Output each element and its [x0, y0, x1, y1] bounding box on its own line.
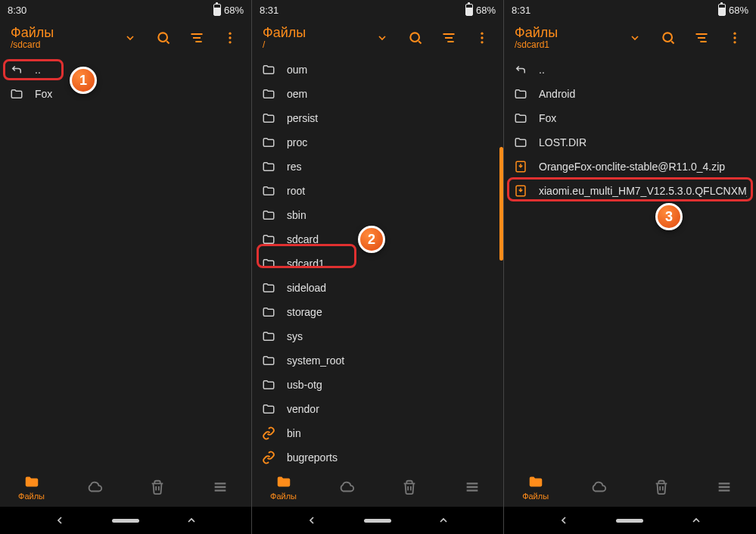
dropdown-icon[interactable]	[117, 24, 144, 52]
file-list: ..AndroidFoxLOST.DIROrangeFox-onclite-st…	[504, 56, 756, 467]
file-row[interactable]: proc	[252, 130, 503, 155]
file-row[interactable]: storage	[252, 300, 503, 324]
folder-icon	[261, 86, 276, 101]
folder-icon	[261, 208, 276, 223]
file-row[interactable]: sys	[252, 324, 503, 348]
search-icon[interactable]	[402, 24, 429, 52]
nav-back[interactable]	[306, 514, 318, 526]
tab-cloud[interactable]	[315, 479, 378, 495]
tab-cloud[interactable]	[63, 479, 126, 495]
nav-home[interactable]	[364, 519, 391, 523]
file-row[interactable]: ..	[504, 58, 756, 82]
android-nav-bar	[504, 507, 756, 534]
nav-back[interactable]	[558, 514, 570, 526]
tab-menu[interactable]	[188, 479, 251, 495]
file-name: sbin	[287, 209, 306, 221]
tab-cloud[interactable]	[567, 479, 630, 495]
svg-point-11	[733, 41, 736, 43]
header-title: Файлы	[11, 25, 110, 41]
file-row[interactable]: xiaomi.eu_multi_HM7_V12.5.3.0.QFLCNXM_v1…	[504, 179, 756, 203]
tab-files[interactable]: Файлы	[0, 473, 63, 501]
status-bar: 8:3168%	[504, 0, 756, 20]
file-name: res	[287, 161, 301, 173]
file-row[interactable]: bin	[252, 421, 503, 445]
file-row[interactable]: system_root	[252, 348, 503, 373]
search-icon[interactable]	[655, 24, 682, 52]
folder-icon	[261, 111, 276, 126]
folder-icon	[261, 256, 276, 271]
header-titles: Файлы/sdcard1	[515, 25, 615, 51]
file-row[interactable]: Android	[504, 82, 756, 106]
file-row[interactable]: res	[252, 155, 503, 179]
nav-home[interactable]	[112, 519, 139, 523]
file-row[interactable]: usb-otg	[252, 373, 503, 397]
file-row[interactable]: OrangeFox-onclite-stable@R11.0_4.zip	[504, 155, 756, 179]
sort-icon[interactable]	[183, 24, 210, 52]
nav-back[interactable]	[54, 514, 66, 526]
file-name: bugreports	[287, 451, 338, 464]
nav-home[interactable]	[616, 519, 643, 523]
folder-icon	[261, 377, 276, 392]
header-path: /sdcard1	[515, 40, 615, 51]
status-bar: 8:3168%	[252, 0, 503, 20]
file-row[interactable]: LOST.DIR	[504, 130, 756, 155]
tab-trash[interactable]	[630, 479, 693, 495]
tab-trash[interactable]	[378, 479, 440, 495]
file-row[interactable]: persist	[252, 106, 503, 130]
more-icon[interactable]	[468, 24, 496, 52]
svg-point-3	[229, 41, 231, 43]
link-icon	[261, 426, 276, 441]
folder-icon	[261, 135, 276, 150]
folder-icon	[261, 304, 276, 320]
file-row[interactable]: ..	[0, 58, 251, 82]
file-name: system_root	[287, 354, 344, 367]
svg-point-10	[733, 36, 736, 39]
file-row[interactable]: sideload	[252, 276, 503, 300]
file-row[interactable]: oem	[252, 82, 503, 106]
header-path: /sdcard	[11, 40, 110, 51]
file-row[interactable]: bugreports	[252, 445, 503, 467]
search-icon[interactable]	[150, 24, 177, 52]
more-icon[interactable]	[216, 24, 244, 52]
file-row[interactable]: sbin	[252, 203, 503, 227]
sort-icon[interactable]	[688, 24, 715, 52]
nav-recent[interactable]	[185, 514, 198, 526]
file-name: sys	[287, 330, 303, 342]
file-name: LOST.DIR	[539, 136, 586, 148]
battery-percent: 68%	[224, 5, 244, 16]
file-row[interactable]: sdcard	[252, 227, 503, 251]
file-list: oumoempersistprocresrootsbinsdcardsdcard…	[252, 56, 503, 467]
more-icon[interactable]	[721, 24, 748, 52]
file-row[interactable]: root	[252, 179, 503, 203]
dropdown-icon[interactable]	[621, 24, 649, 52]
file-row[interactable]: Fox	[504, 106, 756, 130]
folder-icon	[513, 111, 528, 126]
file-row[interactable]: oum	[252, 58, 503, 82]
file-name: OrangeFox-onclite-stable@R11.0_4.zip	[539, 161, 725, 173]
file-list: ..Fox	[0, 56, 251, 467]
file-name: ..	[35, 64, 41, 76]
scroll-indicator[interactable]	[499, 147, 503, 261]
tab-files[interactable]: Файлы	[504, 473, 567, 501]
file-name: oem	[287, 88, 307, 100]
file-name: Android	[539, 88, 575, 100]
battery-percent: 68%	[476, 5, 496, 16]
file-row[interactable]: sdcard1	[252, 251, 503, 276]
tab-files[interactable]: Файлы	[252, 473, 315, 501]
file-name: Fox	[35, 88, 52, 100]
file-row[interactable]: vendor	[252, 397, 503, 421]
tab-menu[interactable]	[440, 479, 503, 495]
tab-files-label: Файлы	[18, 492, 45, 501]
sort-icon[interactable]	[435, 24, 462, 52]
zip-icon	[513, 183, 528, 198]
battery-icon	[213, 4, 221, 16]
tab-files-label: Файлы	[270, 492, 297, 501]
nav-recent[interactable]	[437, 514, 450, 526]
tab-menu[interactable]	[693, 479, 756, 495]
svg-point-4	[410, 33, 419, 42]
nav-recent[interactable]	[690, 514, 702, 526]
header-title: Файлы	[263, 25, 362, 41]
tab-trash[interactable]	[126, 479, 188, 495]
dropdown-icon[interactable]	[369, 24, 396, 52]
file-row[interactable]: Fox	[0, 82, 251, 106]
